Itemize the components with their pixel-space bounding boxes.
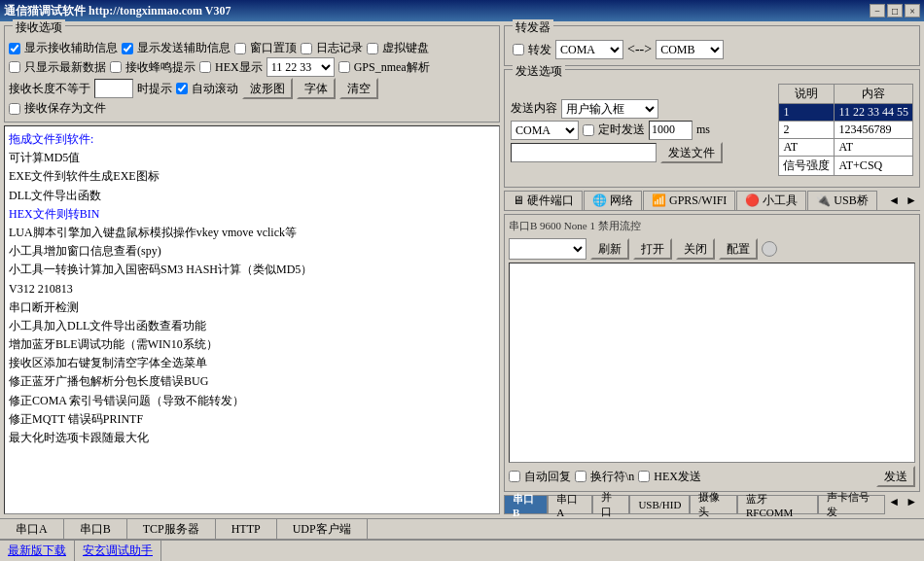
- main-tabs-bar: 🖥硬件端口🌐网络📶GPRS/WIFI🔴小工具🔌USB桥◄►: [504, 191, 920, 211]
- bottom-tab-2[interactable]: 并口: [592, 495, 629, 514]
- close-port-button[interactable]: 关闭: [676, 238, 715, 260]
- nav-item-1[interactable]: 串口B: [64, 519, 127, 539]
- config-button[interactable]: 配置: [719, 238, 758, 260]
- send-options-title: 发送选项: [513, 63, 565, 80]
- main-tab-2[interactable]: 📶GPRS/WIFI: [643, 191, 735, 210]
- window-top-checkbox[interactable]: [234, 43, 246, 54]
- log-record-label[interactable]: 日志记录: [316, 40, 363, 56]
- auto-reply-label[interactable]: 自动回复: [524, 469, 571, 485]
- table-cell-desc: 1: [779, 104, 835, 122]
- maximize-button[interactable]: □: [887, 4, 903, 18]
- send-content-select[interactable]: 用户输入框: [561, 99, 658, 119]
- log-record-checkbox[interactable]: [301, 43, 312, 54]
- nav-item-4[interactable]: UDP客户端: [277, 519, 368, 539]
- log-line: 最大化时选项卡跟随最大化: [9, 429, 495, 447]
- bottom-tab-1[interactable]: 串口A: [548, 495, 592, 514]
- status-item-1[interactable]: 安玄调试助手: [75, 541, 161, 561]
- title-text: 通信猫调试软件 http://tongxinmao.com V307: [4, 3, 231, 19]
- port-select[interactable]: COMA COMB: [511, 121, 579, 140]
- bottom-tab-scroll-left[interactable]: ◄: [885, 495, 903, 514]
- table-row[interactable]: 111 22 33 44 55: [779, 104, 913, 122]
- table-cell-content: 11 22 33 44 55: [835, 104, 913, 122]
- bottom-tab-6[interactable]: 声卡信号发: [818, 495, 885, 514]
- show-send-info-label[interactable]: 显示发送辅助信息: [137, 40, 231, 56]
- window-top-label[interactable]: 窗口置顶: [250, 40, 297, 56]
- main-tab-1[interactable]: 🌐网络: [584, 191, 642, 210]
- tab-label-3: 小工具: [763, 193, 798, 209]
- main-tab-4[interactable]: 🔌USB桥: [807, 191, 876, 210]
- virtual-keyboard-checkbox[interactable]: [367, 43, 378, 54]
- main-tab-3[interactable]: 🔴小工具: [736, 191, 806, 210]
- show-receive-info-label[interactable]: 显示接收辅助信息: [24, 40, 118, 56]
- hex-select[interactable]: 11 22 33: [267, 57, 335, 77]
- table-row[interactable]: 2123456789: [779, 122, 913, 139]
- nav-item-3[interactable]: HTTP: [216, 519, 277, 539]
- gps-nmea-label[interactable]: GPS_nmea解析: [354, 59, 430, 76]
- forward-label[interactable]: 转发: [528, 42, 551, 58]
- log-line: 拖成文件到软件:: [9, 130, 495, 149]
- latest-data-only-checkbox[interactable]: [9, 61, 20, 73]
- gps-nmea-checkbox[interactable]: [338, 61, 350, 73]
- receive-options-group: 接收选项 显示接收辅助信息 显示发送辅助信息 窗口置顶 日志记录 虚拟键盘 只显…: [4, 25, 500, 123]
- log-line: 接收区添加右键复制清空字体全选菜单: [9, 354, 495, 372]
- table-row[interactable]: 信号强度AT+CSQ: [779, 157, 913, 176]
- send-text-input[interactable]: [511, 143, 657, 162]
- bottom-tab-3[interactable]: USB/HID: [629, 495, 690, 514]
- hex-send-label[interactable]: HEX发送: [654, 469, 701, 485]
- font-button[interactable]: 字体: [297, 78, 336, 99]
- log-line: 修正蓝牙广播包解析分包长度错误BUG: [9, 372, 495, 391]
- table-row[interactable]: ATAT: [779, 139, 913, 157]
- tab-scroll-right[interactable]: ►: [903, 193, 920, 208]
- forward-checkbox[interactable]: [513, 44, 524, 55]
- port-dropdown[interactable]: [509, 238, 586, 260]
- wave-button[interactable]: 波形图: [242, 78, 293, 99]
- auto-scroll-label[interactable]: 自动滚动: [192, 81, 238, 97]
- beep-checkbox[interactable]: [110, 61, 122, 73]
- bottom-tab-4[interactable]: 摄像头: [690, 495, 737, 514]
- send-button[interactable]: 发送: [876, 466, 915, 487]
- tab-icon-0: 🖥: [513, 193, 524, 208]
- converter-from-select[interactable]: COMA COMB: [555, 40, 623, 59]
- timed-send-checkbox[interactable]: [583, 124, 594, 136]
- show-receive-info-checkbox[interactable]: [9, 43, 20, 54]
- save-file-label[interactable]: 接收保存为文件: [24, 100, 106, 117]
- beep-label[interactable]: 接收蜂鸣提示: [125, 59, 195, 76]
- escape-checkbox[interactable]: [575, 471, 586, 482]
- length-input[interactable]: [94, 79, 133, 98]
- clear-button[interactable]: 清空: [339, 78, 378, 99]
- save-file-checkbox[interactable]: [9, 103, 20, 115]
- bottom-tab-scroll-right[interactable]: ►: [903, 495, 920, 514]
- latest-data-only-label[interactable]: 只显示最新数据: [24, 59, 106, 76]
- virtual-keyboard-label[interactable]: 虚拟键盘: [382, 40, 429, 56]
- escape-label[interactable]: 换行符\n: [590, 469, 634, 485]
- tab-scroll-left[interactable]: ◄: [885, 193, 903, 208]
- bottom-tabs-bar: 串口B串口A并口USB/HID摄像头蓝牙RFCOMM声卡信号发◄►: [504, 495, 920, 514]
- close-button[interactable]: ×: [905, 4, 920, 18]
- minimize-button[interactable]: −: [870, 4, 885, 18]
- log-line: 小工具一转换计算加入国密码SM3 HASH计算（类似MD5）: [9, 261, 495, 279]
- tab-icon-3: 🔴: [745, 193, 760, 208]
- title-bar: 通信猫调试软件 http://tongxinmao.com V307 − □ ×: [0, 0, 924, 21]
- tab-icon-4: 🔌: [816, 193, 831, 208]
- nav-item-0[interactable]: 串口A: [0, 519, 64, 539]
- log-line: 修正MQTT 错误码PRINTF: [9, 410, 495, 429]
- timed-send-label[interactable]: 定时发送: [598, 122, 645, 138]
- length-label: 接收长度不等于: [9, 81, 90, 97]
- open-port-button[interactable]: 打开: [633, 238, 672, 260]
- show-send-info-checkbox[interactable]: [122, 43, 133, 54]
- bottom-tab-5[interactable]: 蓝牙RFCOMM: [737, 495, 818, 514]
- send-file-button[interactable]: 发送文件: [660, 142, 723, 163]
- bottom-tab-0[interactable]: 串口B: [504, 495, 548, 514]
- auto-reply-checkbox[interactable]: [509, 471, 520, 482]
- status-item-0[interactable]: 最新版下载: [0, 541, 75, 561]
- main-tab-0[interactable]: 🖥硬件端口: [504, 191, 583, 210]
- timed-send-input[interactable]: [649, 121, 693, 140]
- refresh-button[interactable]: 刷新: [590, 238, 629, 260]
- auto-scroll-checkbox[interactable]: [176, 83, 188, 94]
- hex-display-label[interactable]: HEX显示: [215, 59, 263, 76]
- nav-item-2[interactable]: TCP服务器: [127, 519, 216, 539]
- hex-send-checkbox[interactable]: [638, 471, 650, 482]
- converter-to-select[interactable]: COMB COMA: [656, 40, 724, 59]
- serial-display-area: [509, 263, 915, 463]
- hex-display-checkbox[interactable]: [199, 61, 211, 73]
